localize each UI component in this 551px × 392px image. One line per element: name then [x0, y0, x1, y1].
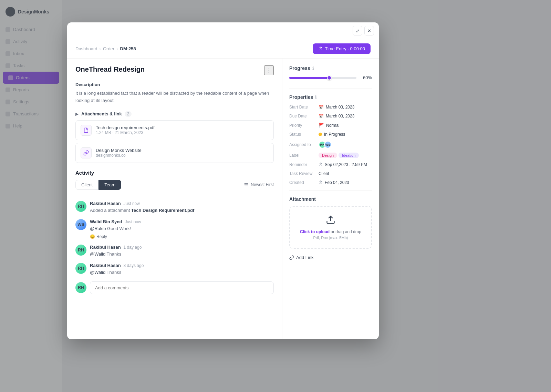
- comment-content-3: Rakibul Hasan 1 day ago @Walid Thanks: [90, 245, 274, 258]
- comment-walid-1: WS Walid Bin Syed Just now @Rakib Good W…: [75, 219, 274, 239]
- activity-tabs: Client Team: [75, 180, 121, 190]
- upload-area[interactable]: Click to upload or drag and drop Pdf, Do…: [289, 206, 372, 249]
- prop-reminder: Reminder ⏱ Sep 02,2023 . 2.59 PM: [289, 162, 372, 167]
- properties-section: Properties ℹ Start Date 📅 March 03, 2023…: [289, 94, 372, 185]
- attachment-pdf-name: Tech design requirements.pdf: [96, 125, 155, 130]
- activity-sort[interactable]: Newest First: [244, 182, 274, 187]
- prop-priority: Priority 🚩 Normal: [289, 123, 372, 128]
- divider-2: [289, 190, 372, 191]
- modal-topbar: ⤢ ✕: [67, 22, 379, 39]
- upload-link[interactable]: Click to upload: [300, 229, 330, 234]
- attachment-item-pdf[interactable]: Tech design requirements.pdf 1.24 MB · 2…: [75, 120, 274, 140]
- flag-icon: 🚩: [319, 123, 324, 128]
- breadcrumb-sep1: ›: [100, 46, 101, 51]
- prop-label: Label Design Ideation: [289, 153, 372, 158]
- attachment-pdf-meta: 1.24 MB · 21 March, 2023: [96, 130, 155, 135]
- activity-section: Activity Client Team Newest First RH: [75, 170, 274, 294]
- close-icon: ✕: [367, 28, 371, 33]
- label-ideation: Ideation: [339, 153, 359, 158]
- prop-due-date: Due Date 📅 March 03, 2023: [289, 114, 372, 118]
- task-menu-button[interactable]: ⋮: [264, 65, 274, 75]
- activity-title: Activity: [75, 170, 274, 176]
- close-button[interactable]: ✕: [364, 26, 374, 35]
- breadcrumb-sep2: ›: [116, 46, 118, 51]
- comment-header-3: Rakibul Hasan 1 day ago: [90, 245, 274, 250]
- description-label: Description: [75, 82, 274, 87]
- attachment-link-name: Design Monks Website: [96, 148, 142, 153]
- task-modal: ⤢ ✕ Dashboard › Order › DM-258 ⏱ Time En…: [67, 22, 379, 339]
- progress-fill: [289, 77, 330, 79]
- prop-assigned: Assigned to RH WS: [289, 141, 372, 148]
- modal-body: OneThread Redesign ⋮ Description It is a…: [67, 59, 379, 339]
- time-entry-button[interactable]: ⏱ Time Entry · 0:00:00: [313, 43, 371, 54]
- comment-actions-2: 😊 Reply: [90, 234, 274, 239]
- attachment-pdf-info: Tech design requirements.pdf 1.24 MB · 2…: [96, 125, 155, 135]
- breadcrumb-home[interactable]: Dashboard: [75, 46, 97, 51]
- progress-section: Progress ℹ 60%: [289, 65, 372, 80]
- progress-track[interactable]: [289, 77, 356, 79]
- task-title: OneThread Redesign: [75, 65, 145, 73]
- prop-val-status[interactable]: In Progress: [319, 132, 372, 137]
- prop-key-task-review: Task Review: [289, 171, 319, 176]
- prop-key-reminder: Reminder: [289, 162, 319, 167]
- comment-text-2: @Rakib Good Work!: [90, 225, 274, 232]
- attachments-header[interactable]: ▶ Attachments & link 2: [75, 111, 274, 117]
- prop-val-priority[interactable]: 🚩 Normal: [319, 123, 372, 128]
- breadcrumb-parent[interactable]: Order: [103, 46, 114, 51]
- progress-row: 60%: [289, 75, 372, 80]
- prop-start-date: Start Date 📅 March 03, 2023: [289, 105, 372, 110]
- task-title-row: OneThread Redesign ⋮: [75, 65, 274, 75]
- progress-percentage: 60%: [360, 75, 372, 80]
- reply-button[interactable]: 😊 Reply: [90, 234, 107, 239]
- calendar-icon-start: 📅: [319, 105, 324, 110]
- link-icon: [81, 147, 92, 158]
- prop-key-assigned: Assigned to: [289, 142, 319, 147]
- time-entry-label: Time Entry · 0:00:00: [325, 46, 365, 51]
- add-link-label: Add Link: [296, 255, 314, 260]
- prop-key-label: Label: [289, 153, 319, 158]
- comment-author-2: Walid Bin Syed: [90, 219, 122, 224]
- pdf-icon: [81, 125, 92, 136]
- comment-time-2: Just now: [125, 219, 141, 224]
- properties-header: Properties ℹ: [289, 94, 372, 100]
- calendar-icon-due: 📅: [319, 114, 324, 118]
- attachments-toggle-icon: ▶: [75, 112, 79, 116]
- avatar-current-user: RH: [75, 282, 86, 293]
- comment-text-3: @Walid Thanks: [90, 251, 274, 258]
- status-indicator: [319, 133, 322, 136]
- progress-header: Progress ℹ: [289, 65, 372, 71]
- comment-text-4: @Walid Thanks: [90, 269, 274, 276]
- breadcrumb-current: DM-258: [120, 46, 136, 51]
- avatar-rakibul-1: RH: [75, 201, 86, 212]
- mention-walid-1: @Walid: [90, 251, 105, 257]
- comment-author-3: Rakibul Hasan: [90, 245, 121, 250]
- expand-button[interactable]: ⤢: [353, 26, 362, 35]
- comment-rakibul-2: RH Rakibul Hasan 1 day ago @Walid Thanks: [75, 245, 274, 258]
- attachment-item-link[interactable]: Design Monks Website designmonks.co: [75, 143, 274, 163]
- prop-val-label[interactable]: Design Ideation: [319, 153, 372, 158]
- attachment-link-meta: designmonks.co: [96, 153, 142, 158]
- prop-val-reminder[interactable]: ⏱ Sep 02,2023 . 2.59 PM: [319, 162, 372, 167]
- prop-val-start[interactable]: 📅 March 03, 2023: [319, 105, 372, 110]
- prop-key-priority: Priority: [289, 123, 319, 128]
- prop-val-assigned[interactable]: RH WS: [319, 141, 372, 148]
- properties-label: Properties: [289, 94, 313, 100]
- comment-text-1: Added a attachment Tech Design Requireme…: [90, 207, 274, 214]
- comment-time-3: 1 day ago: [124, 245, 142, 250]
- clock-icon-created: ⏱: [319, 180, 323, 185]
- right-panel: Progress ℹ 60% Properties ℹ: [282, 59, 379, 339]
- prop-val-task-review[interactable]: Client: [319, 171, 372, 176]
- attachments-title: Attachments & link: [81, 111, 122, 116]
- prop-val-due[interactable]: 📅 March 03, 2023: [319, 114, 372, 118]
- activity-tabs-row: Client Team Newest First: [75, 180, 274, 195]
- divider-1: [289, 89, 372, 89]
- left-panel: OneThread Redesign ⋮ Description It is a…: [67, 59, 282, 339]
- emoji-icon: 😊: [90, 234, 95, 239]
- prop-status: Status In Progress: [289, 132, 372, 137]
- tab-client[interactable]: Client: [75, 180, 98, 190]
- assignees-group: RH WS: [319, 141, 330, 148]
- comment-input[interactable]: [90, 281, 274, 294]
- comment-time-1: Just now: [124, 201, 140, 206]
- add-link-button[interactable]: Add Link: [289, 253, 314, 262]
- tab-team[interactable]: Team: [98, 180, 121, 190]
